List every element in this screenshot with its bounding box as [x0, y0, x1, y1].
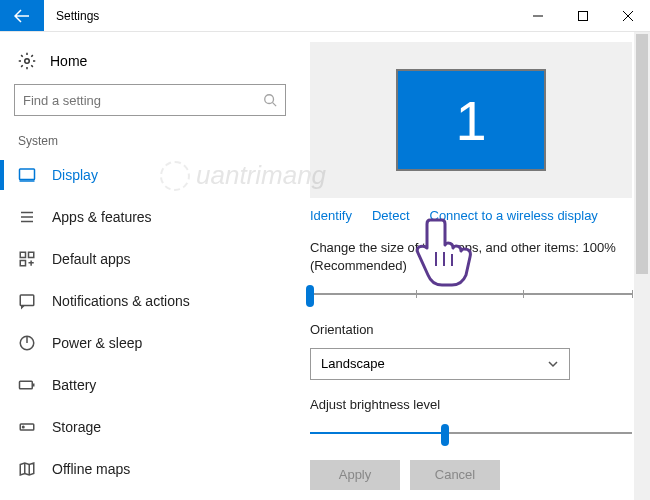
scale-slider-thumb[interactable]	[306, 285, 314, 307]
scrollbar-thumb[interactable]	[636, 34, 648, 274]
sidebar-item-label: Storage	[52, 419, 101, 435]
display-preview-area: 1	[310, 42, 632, 198]
chevron-down-icon	[547, 358, 559, 370]
storage-icon	[18, 418, 36, 436]
sidebar-item-label: Apps & features	[52, 209, 152, 225]
sidebar-item-storage[interactable]: Storage	[14, 406, 286, 448]
battery-icon	[18, 376, 36, 394]
display-icon	[18, 166, 36, 184]
apps-icon	[18, 208, 36, 226]
connect-wireless-display-link[interactable]: Connect to a wireless display	[430, 208, 598, 223]
svg-rect-12	[20, 252, 25, 257]
scale-slider[interactable]	[310, 283, 632, 307]
sidebar-item-notifications[interactable]: Notifications & actions	[14, 280, 286, 322]
detect-link[interactable]: Detect	[372, 208, 410, 223]
orientation-label: Orientation	[310, 321, 632, 339]
maps-icon	[18, 460, 36, 478]
sidebar-item-label: Power & sleep	[52, 335, 142, 351]
home-button[interactable]: Home	[14, 46, 286, 84]
home-label: Home	[50, 53, 87, 69]
sidebar-item-label: Offline maps	[52, 461, 130, 477]
search-input[interactable]	[23, 93, 263, 108]
power-icon	[18, 334, 36, 352]
orientation-value: Landscape	[321, 356, 385, 371]
monitor-1[interactable]: 1	[396, 69, 546, 171]
default-apps-icon	[18, 250, 36, 268]
maximize-button[interactable]	[560, 0, 605, 31]
brightness-slider-thumb[interactable]	[441, 424, 449, 446]
section-label: System	[18, 134, 286, 148]
scrollbar-vertical[interactable]	[634, 32, 650, 500]
apply-button[interactable]: Apply	[310, 460, 400, 490]
close-button[interactable]	[605, 0, 650, 31]
search-icon	[263, 93, 277, 107]
cancel-button[interactable]: Cancel	[410, 460, 500, 490]
minimize-button[interactable]	[515, 0, 560, 31]
back-button[interactable]	[0, 0, 44, 31]
brightness-slider[interactable]	[310, 422, 632, 446]
svg-point-23	[23, 426, 25, 428]
sidebar-item-label: Notifications & actions	[52, 293, 190, 309]
svg-rect-13	[29, 252, 34, 257]
svg-line-6	[273, 103, 277, 107]
brightness-label: Adjust brightness level	[310, 396, 632, 414]
sidebar-item-power-sleep[interactable]: Power & sleep	[14, 322, 286, 364]
svg-point-4	[25, 59, 30, 64]
svg-point-5	[265, 95, 274, 104]
orientation-select[interactable]: Landscape	[310, 348, 570, 380]
identify-link[interactable]: Identify	[310, 208, 352, 223]
sidebar-item-default-apps[interactable]: Default apps	[14, 238, 286, 280]
sidebar-item-label: Default apps	[52, 251, 131, 267]
search-input-wrapper[interactable]	[14, 84, 286, 116]
sidebar-item-apps-features[interactable]: Apps & features	[14, 196, 286, 238]
notifications-icon	[18, 292, 36, 310]
sidebar-item-label: Battery	[52, 377, 96, 393]
sidebar-item-battery[interactable]: Battery	[14, 364, 286, 406]
gear-icon	[18, 52, 36, 70]
window-title: Settings	[44, 0, 515, 31]
svg-rect-20	[20, 381, 33, 389]
svg-rect-14	[20, 261, 25, 266]
sidebar-item-label: Display	[52, 167, 98, 183]
svg-rect-1	[578, 11, 587, 20]
sidebar-item-offline-maps[interactable]: Offline maps	[14, 448, 286, 490]
sidebar-item-display[interactable]: Display	[14, 154, 286, 196]
svg-rect-17	[20, 295, 34, 306]
svg-rect-7	[20, 169, 35, 180]
scale-label: Change the size of text, apps, and other…	[310, 239, 632, 275]
